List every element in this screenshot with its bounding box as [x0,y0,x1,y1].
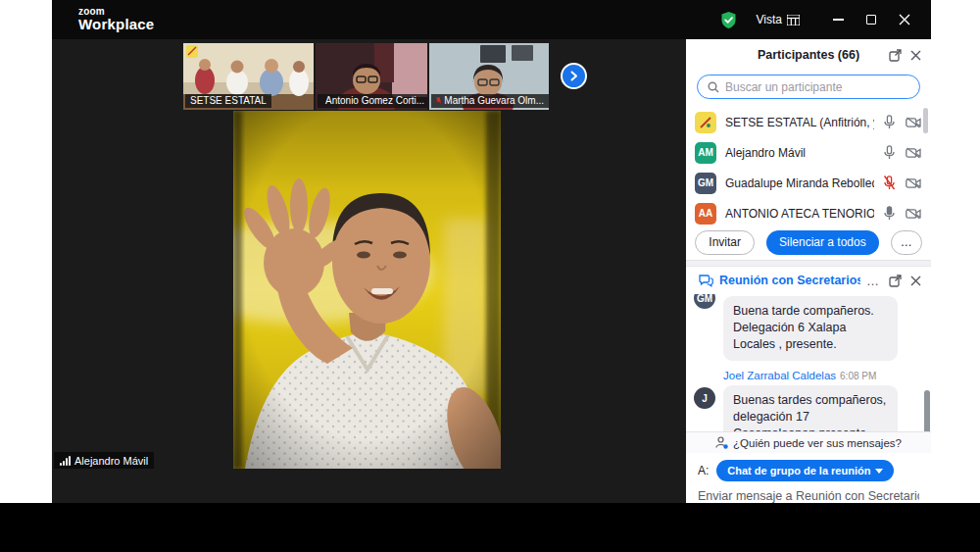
active-speaker-name-tag: Alejandro Mávil [54,452,154,469]
logo-workplace-text: Workplace [78,17,154,32]
close-icon [910,50,921,61]
participants-actions: Invitar Silenciar a todos … [686,225,931,260]
invite-button[interactable]: Invitar [695,230,755,255]
recipient-selector[interactable]: Chat de grupo de la reunión [716,460,894,481]
minimize-icon [833,19,844,21]
message-bubble[interactable]: Buenas tardes compañeros, delegación 17 … [723,385,898,431]
video-thumbnail-setse[interactable]: SETSE ESTATAL [183,43,314,110]
chat-more-button[interactable]: … [866,274,880,288]
letterbox-bar [0,503,980,552]
chat-message-list: GM Buena tarde compañeros. Delegación 6 … [686,294,931,431]
chat-message: GM Buena tarde compañeros. Delegación 6 … [694,296,921,361]
chat-header: Reunión con Secretarios(a... … [686,267,931,294]
participant-row-antonio-ateca[interactable]: AA ANTONIO ATECA TENORIO [686,198,931,225]
chevron-down-icon [875,469,883,474]
popout-icon [889,275,902,287]
participant-row-guadalupe[interactable]: GM Guadalupe Miranda Rebolledo [686,168,931,198]
chat-close-button[interactable] [910,276,921,286]
message-sender[interactable]: Joel Zarrabal Caldelas [723,370,836,381]
mic-on-icon [883,145,896,160]
camera-off-icon [906,208,921,220]
popout-icon [889,49,902,62]
thumbnail-name-label: Antonio Gomez Corti... [318,94,427,108]
participant-avatar: AA [695,203,716,225]
chat-popout-button[interactable] [889,275,902,287]
close-window-button[interactable] [888,7,921,32]
audio-level-icon [60,456,71,466]
person-privacy-icon [715,436,728,449]
thumbnail-name-label: SETSE ESTATAL [185,94,271,108]
video-thumbnail-martha[interactable]: Martha Guevara Olm... [429,43,549,110]
message-sender-row: Joel Zarrabal Caldelas6:08 PM [694,370,921,381]
to-label: A: [698,464,709,477]
minimize-button[interactable] [821,7,855,32]
mic-on-icon [883,206,896,221]
muted-mic-icon [436,97,441,104]
setse-logo-icon [698,115,713,130]
camera-off-icon [906,147,921,159]
security-shield-icon[interactable] [720,11,737,29]
chat-compose: A: Chat de grupo de la reunión [686,453,931,503]
participants-close-button[interactable] [910,50,921,61]
camera-off-icon [906,117,921,128]
filmstrip-next-button[interactable] [561,63,587,89]
recipient-label: Chat de grupo de la reunión [727,465,870,477]
video-area: SETSE ESTATAL Anton [52,39,686,503]
message-avatar: J [694,387,715,409]
search-input[interactable] [725,80,909,94]
titlebar-controls: Vista [720,7,931,32]
main-speaker-video [233,111,501,469]
thumbnail-name-label: Martha Guevara Olm... [431,94,549,108]
chat-bubbles-icon [699,275,713,287]
maximize-icon [866,15,876,25]
message-avatar: GM [694,294,715,309]
participants-title: Participantes (66) [758,48,859,62]
participant-row-alejandro[interactable]: AM Alejandro Mávil [686,137,931,168]
search-icon [708,81,719,93]
mic-on-icon [883,115,896,129]
chat-scrollbar[interactable] [924,390,930,431]
zoom-workplace-logo: zoom Workplace [52,7,154,32]
speaker-video-frame [233,111,501,469]
window-content: SETSE ESTATAL Anton [52,39,931,503]
participant-name: Guadalupe Miranda Rebolledo [725,176,874,190]
participant-row-setse[interactable]: SETSE ESTATAL (Anfitrión, yo) [686,107,931,137]
participant-name: Alejandro Mávil [725,146,874,160]
participant-avatar-logo [695,112,716,133]
participant-avatar: GM [695,173,716,194]
participant-avatar: AM [695,142,716,164]
video-thumbnail-antonio[interactable]: Antonio Gomez Corti... [316,43,427,110]
message-time: 6:08 PM [840,371,876,381]
side-panel: Participantes (66) [686,39,931,503]
participant-search [686,71,931,105]
chat-title: Reunión con Secretarios(a... [719,274,860,287]
close-icon [899,14,910,25]
participant-list: SETSE ESTATAL (Anfitrión, yo) AM Alejand… [686,105,931,225]
search-box[interactable] [697,75,920,99]
chevron-right-icon [568,71,579,81]
view-label: Vista [757,13,782,26]
chat-message-input[interactable] [698,489,919,503]
participant-name: SETSE ESTATAL (Anfitrión, yo) [725,116,874,129]
mute-all-button[interactable]: Silenciar a todos [766,230,879,255]
message-bubble[interactable]: Buena tarde compañeros. Delegación 6 Xal… [723,296,898,361]
participants-popout-button[interactable] [889,49,902,62]
speaker-name: Alejandro Mávil [74,455,148,467]
participants-scrollbar[interactable] [923,108,928,133]
chat-privacy-row[interactable]: ¿Quién puede ver sus mensajes? [686,431,931,453]
chat-message: J Buenas tardes compañeros, delegación 1… [694,385,921,431]
zoom-window: zoom Workplace Vista [52,0,931,503]
view-grid-icon [787,15,800,25]
view-button[interactable]: Vista [757,13,800,26]
panel-divider [686,260,931,267]
screenshot-canvas: zoom Workplace Vista [0,0,980,552]
camera-off-icon [906,177,921,189]
maximize-button[interactable] [855,7,888,32]
mic-muted-icon [883,176,896,190]
close-icon [910,276,921,286]
privacy-label: ¿Quién puede ver sus mensajes? [733,437,902,449]
participants-more-button[interactable]: … [891,230,922,255]
titlebar: zoom Workplace Vista [52,0,931,39]
participant-name: ANTONIO ATECA TENORIO [725,207,874,221]
participants-header: Participantes (66) [686,39,931,71]
